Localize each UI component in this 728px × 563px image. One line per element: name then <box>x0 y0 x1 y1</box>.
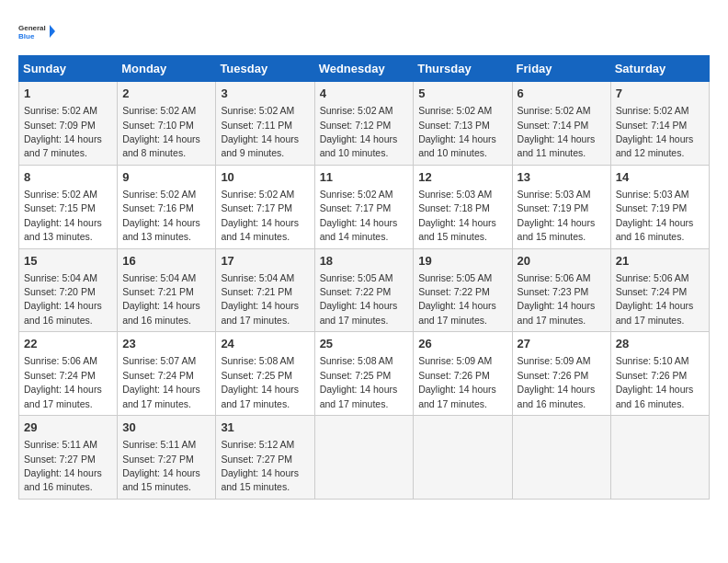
sunset-text: Sunset: 7:24 PM <box>24 370 96 381</box>
daylight-minutes: and 13 minutes. <box>122 231 191 242</box>
daylight-text: Daylight: 14 hours <box>221 467 299 478</box>
daylight-minutes: and 10 minutes. <box>418 147 487 158</box>
svg-text:Blue: Blue <box>18 32 35 40</box>
daylight-text: Daylight: 14 hours <box>221 384 299 395</box>
sunset-text: Sunset: 7:25 PM <box>320 370 392 381</box>
calendar-cell: 2 Sunrise: 5:02 AM Sunset: 7:10 PM Dayli… <box>118 82 216 166</box>
calendar-cell: 9 Sunrise: 5:02 AM Sunset: 7:16 PM Dayli… <box>118 165 216 248</box>
svg-text:General: General <box>18 24 46 32</box>
sunset-text: Sunset: 7:18 PM <box>418 202 490 213</box>
day-number: 2 <box>122 86 210 102</box>
sunrise-text: Sunrise: 5:07 AM <box>122 355 196 366</box>
daylight-text: Daylight: 14 hours <box>616 384 694 395</box>
calendar-cell: 22 Sunrise: 5:06 AM Sunset: 7:24 PM Dayl… <box>19 332 118 416</box>
sunset-text: Sunset: 7:24 PM <box>616 286 688 297</box>
calendar-cell: 13 Sunrise: 5:03 AM Sunset: 7:19 PM Dayl… <box>512 165 610 248</box>
sunset-text: Sunset: 7:15 PM <box>24 202 96 213</box>
daylight-minutes: and 15 minutes. <box>122 481 191 492</box>
sunset-text: Sunset: 7:25 PM <box>221 370 292 381</box>
calendar-cell: 28 Sunrise: 5:10 AM Sunset: 7:26 PM Dayl… <box>610 332 709 416</box>
daylight-minutes: and 16 minutes. <box>24 315 93 326</box>
day-number: 13 <box>518 169 606 186</box>
calendar-cell: 27 Sunrise: 5:09 AM Sunset: 7:26 PM Dayl… <box>512 332 610 416</box>
daylight-text: Daylight: 14 hours <box>221 217 299 228</box>
day-number: 12 <box>418 169 506 186</box>
daylight-text: Daylight: 14 hours <box>221 133 299 144</box>
daylight-minutes: and 15 minutes. <box>518 231 586 242</box>
daylight-minutes: and 17 minutes. <box>418 315 487 326</box>
day-number: 15 <box>24 253 112 270</box>
calendar-cell: 6 Sunrise: 5:02 AM Sunset: 7:14 PM Dayli… <box>512 82 610 166</box>
column-header-thursday: Thursday <box>414 56 512 82</box>
calendar-cell: 1 Sunrise: 5:02 AM Sunset: 7:09 PM Dayli… <box>19 82 118 166</box>
daylight-text: Daylight: 14 hours <box>24 300 102 311</box>
svg-marker-2 <box>50 25 55 38</box>
calendar-cell: 14 Sunrise: 5:03 AM Sunset: 7:19 PM Dayl… <box>610 165 709 248</box>
sunset-text: Sunset: 7:16 PM <box>122 202 194 213</box>
calendar-cell <box>512 416 610 500</box>
daylight-minutes: and 15 minutes. <box>418 231 487 242</box>
sunset-text: Sunset: 7:19 PM <box>616 202 688 213</box>
calendar-cell: 5 Sunrise: 5:02 AM Sunset: 7:13 PM Dayli… <box>414 82 512 166</box>
sunset-text: Sunset: 7:21 PM <box>221 286 292 297</box>
daylight-text: Daylight: 14 hours <box>24 384 102 395</box>
daylight-minutes: and 17 minutes. <box>122 398 191 409</box>
sunrise-text: Sunrise: 5:11 AM <box>122 439 196 450</box>
day-number: 19 <box>418 253 506 270</box>
daylight-text: Daylight: 14 hours <box>221 300 299 311</box>
daylight-text: Daylight: 14 hours <box>616 133 694 144</box>
daylight-minutes: and 17 minutes. <box>24 398 93 409</box>
sunset-text: Sunset: 7:21 PM <box>122 286 194 297</box>
sunrise-text: Sunrise: 5:02 AM <box>24 105 97 116</box>
daylight-minutes: and 16 minutes. <box>122 315 191 326</box>
calendar-cell: 7 Sunrise: 5:02 AM Sunset: 7:14 PM Dayli… <box>610 82 709 166</box>
daylight-minutes: and 17 minutes. <box>320 315 389 326</box>
daylight-text: Daylight: 14 hours <box>518 384 596 395</box>
daylight-text: Daylight: 14 hours <box>418 217 496 228</box>
day-number: 23 <box>122 336 210 352</box>
sunrise-text: Sunrise: 5:02 AM <box>221 189 294 200</box>
calendar-week-1: 1 Sunrise: 5:02 AM Sunset: 7:09 PM Dayli… <box>19 82 710 166</box>
sunset-text: Sunset: 7:20 PM <box>24 286 96 297</box>
calendar-cell: 3 Sunrise: 5:02 AM Sunset: 7:11 PM Dayli… <box>216 82 314 166</box>
sunrise-text: Sunrise: 5:02 AM <box>24 189 97 200</box>
sunset-text: Sunset: 7:22 PM <box>418 286 490 297</box>
calendar-cell: 12 Sunrise: 5:03 AM Sunset: 7:18 PM Dayl… <box>414 165 512 248</box>
logo: General Blue <box>18 15 55 48</box>
calendar-cell: 17 Sunrise: 5:04 AM Sunset: 7:21 PM Dayl… <box>216 248 314 332</box>
sunset-text: Sunset: 7:27 PM <box>221 454 292 465</box>
day-number: 25 <box>320 336 409 352</box>
column-header-friday: Friday <box>512 56 610 82</box>
day-number: 24 <box>221 336 309 352</box>
calendar-week-3: 15 Sunrise: 5:04 AM Sunset: 7:20 PM Dayl… <box>19 248 710 332</box>
sunrise-text: Sunrise: 5:02 AM <box>616 105 689 116</box>
daylight-text: Daylight: 14 hours <box>518 217 596 228</box>
sunset-text: Sunset: 7:27 PM <box>24 454 96 465</box>
daylight-minutes: and 17 minutes. <box>616 315 685 326</box>
day-number: 5 <box>418 86 506 102</box>
day-number: 7 <box>616 86 704 102</box>
daylight-minutes: and 17 minutes. <box>221 398 290 409</box>
daylight-minutes: and 14 minutes. <box>320 231 389 242</box>
sunset-text: Sunset: 7:19 PM <box>518 202 589 213</box>
sunrise-text: Sunrise: 5:03 AM <box>616 189 689 200</box>
daylight-minutes: and 8 minutes. <box>122 147 186 158</box>
sunset-text: Sunset: 7:14 PM <box>518 120 589 131</box>
column-header-monday: Monday <box>118 56 216 82</box>
sunset-text: Sunset: 7:17 PM <box>221 202 292 213</box>
sunrise-text: Sunrise: 5:06 AM <box>24 355 97 366</box>
day-number: 31 <box>221 419 309 436</box>
daylight-text: Daylight: 14 hours <box>320 300 398 311</box>
sunrise-text: Sunrise: 5:11 AM <box>24 439 97 450</box>
calendar-cell: 4 Sunrise: 5:02 AM Sunset: 7:12 PM Dayli… <box>314 82 414 166</box>
daylight-minutes: and 14 minutes. <box>221 231 290 242</box>
daylight-minutes: and 7 minutes. <box>24 147 87 158</box>
calendar-week-5: 29 Sunrise: 5:11 AM Sunset: 7:27 PM Dayl… <box>19 416 710 500</box>
day-number: 17 <box>221 253 309 270</box>
daylight-text: Daylight: 14 hours <box>24 217 102 228</box>
column-header-tuesday: Tuesday <box>216 56 314 82</box>
calendar-cell: 16 Sunrise: 5:04 AM Sunset: 7:21 PM Dayl… <box>118 248 216 332</box>
day-number: 1 <box>24 86 112 102</box>
day-number: 18 <box>320 253 409 270</box>
sunset-text: Sunset: 7:10 PM <box>122 120 194 131</box>
